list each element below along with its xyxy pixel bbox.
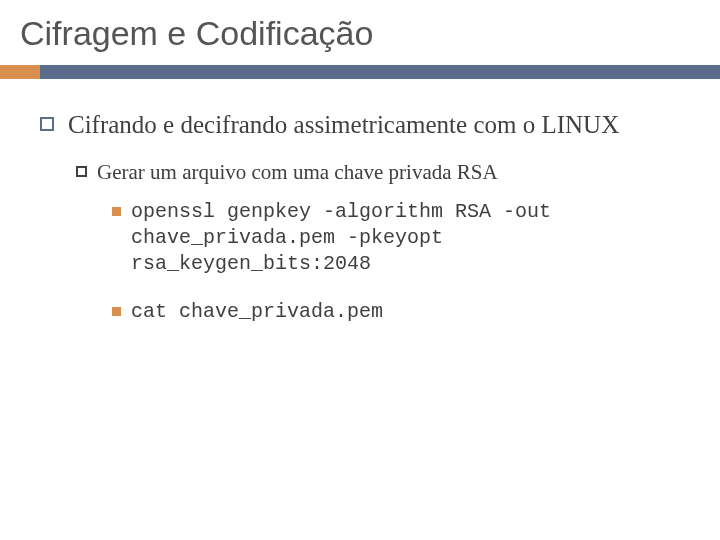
content-area: Cifrando e decifrando assimetricamente c… bbox=[0, 79, 720, 325]
level3-text-0: openssl genpkey -algorithm RSA -out chav… bbox=[131, 199, 680, 277]
level2-text: Gerar um arquivo com uma chave privada R… bbox=[97, 160, 498, 185]
bullet-level3: cat chave_privada.pem bbox=[112, 299, 680, 325]
bullet-level1: Cifrando e decifrando assimetricamente c… bbox=[40, 109, 680, 140]
small-hollow-square-icon bbox=[76, 166, 87, 177]
bullet-level2: Gerar um arquivo com uma chave privada R… bbox=[76, 160, 680, 185]
accent-stripe bbox=[0, 65, 40, 79]
main-stripe bbox=[40, 65, 720, 79]
solid-square-icon bbox=[112, 207, 121, 216]
solid-square-icon bbox=[112, 307, 121, 316]
level1-text: Cifrando e decifrando assimetricamente c… bbox=[68, 109, 619, 140]
slide-title: Cifragem e Codificação bbox=[0, 0, 720, 61]
hollow-square-icon bbox=[40, 117, 54, 131]
bullet-level3: openssl genpkey -algorithm RSA -out chav… bbox=[112, 199, 680, 277]
divider-bar bbox=[0, 65, 720, 79]
level3-text-1: cat chave_privada.pem bbox=[131, 299, 383, 325]
